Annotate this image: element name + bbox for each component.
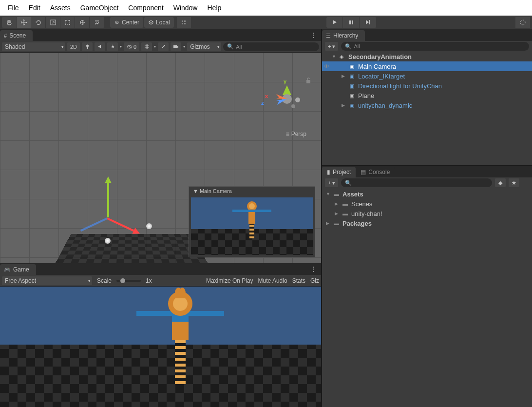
- step-button[interactable]: [360, 17, 376, 28]
- fx-toggle-button[interactable]: [107, 42, 118, 51]
- save-search-button[interactable]: ★: [509, 178, 519, 187]
- move-tool-button[interactable]: [17, 17, 31, 28]
- audio-toggle-button[interactable]: [95, 42, 105, 51]
- scene-viewport[interactable]: y x z Persp Main Camera: [0, 53, 321, 263]
- menu-help[interactable]: Help: [203, 2, 225, 14]
- maximize-on-play-toggle[interactable]: Maximize On Play: [206, 277, 253, 284]
- gizmos-dropdown[interactable]: Gizmos: [187, 42, 221, 51]
- hierarchy-item[interactable]: ▼◈SecondaryAnimation: [322, 52, 532, 61]
- search-icon: 🔍: [227, 43, 234, 50]
- layers-button[interactable]: [515, 17, 530, 28]
- hierarchy-item[interactable]: ▣Plane: [322, 91, 532, 100]
- custom-tool-button[interactable]: [90, 17, 104, 28]
- tools-button[interactable]: [158, 42, 169, 51]
- projection-label[interactable]: Persp: [286, 131, 306, 137]
- game-options-button[interactable]: ⋮: [310, 265, 317, 273]
- svg-rect-9: [182, 20, 183, 22]
- pivot-toggle-button[interactable]: Center: [110, 17, 143, 28]
- pause-button[interactable]: [343, 17, 360, 28]
- rect-tool-button[interactable]: [60, 17, 75, 28]
- hierarchy-item[interactable]: ▶▣unitychan_dynamic: [322, 100, 532, 110]
- folder-icon: ▬: [334, 191, 341, 197]
- scene-options-button[interactable]: ⋮: [310, 31, 317, 39]
- menu-component[interactable]: Component: [124, 2, 167, 14]
- move-gizmo-x-axis[interactable]: [107, 217, 134, 232]
- camera-button[interactable]: [171, 42, 181, 51]
- scale-tool-button[interactable]: [46, 17, 60, 28]
- orientation-gizmo[interactable]: y x z: [270, 79, 304, 114]
- shading-mode-dropdown[interactable]: Shaded: [2, 42, 65, 51]
- expand-toggle[interactable]: ▶: [326, 221, 332, 226]
- move-gizmo-y-axis[interactable]: [107, 183, 109, 217]
- stats-toggle[interactable]: Stats: [292, 277, 305, 284]
- scene-tab[interactable]: # Scene: [0, 30, 33, 41]
- grid-toggle-button[interactable]: [141, 42, 152, 51]
- rotate-tool-button[interactable]: [31, 17, 46, 28]
- game-tab-bar: 🎮 Game ⋮: [0, 263, 321, 275]
- project-item[interactable]: ▼▬Assets: [324, 189, 530, 199]
- play-button[interactable]: [326, 17, 343, 28]
- gizmos-label[interactable]: Giz: [310, 277, 319, 284]
- camera-preview-window[interactable]: Main Camera: [189, 186, 315, 257]
- scale-slider[interactable]: [116, 280, 141, 282]
- item-label: unitychan_dynamic: [358, 102, 412, 109]
- expand-toggle[interactable]: ▼: [326, 192, 332, 196]
- menu-edit[interactable]: Edit: [25, 2, 44, 14]
- scene-search-input[interactable]: 🔍 All: [223, 42, 319, 51]
- hierarchy-item[interactable]: ▣Directional light for UnityChan: [322, 81, 532, 91]
- create-dropdown[interactable]: + ▾: [325, 42, 338, 51]
- svg-point-17: [86, 45, 89, 47]
- hierarchy-tab[interactable]: ☰ Hierarchy: [322, 30, 365, 41]
- mute-audio-toggle[interactable]: Mute Audio: [258, 277, 287, 284]
- project-tab-bar: ▮ Project ▤ Console: [322, 166, 532, 177]
- expand-toggle[interactable]: ▶: [335, 211, 341, 216]
- aspect-dropdown[interactable]: Free Aspect: [2, 276, 92, 285]
- menu-assets[interactable]: Assets: [46, 2, 75, 14]
- svg-point-8: [116, 22, 117, 23]
- svg-rect-15: [369, 20, 370, 24]
- lock-icon[interactable]: [305, 77, 311, 84]
- project-tree[interactable]: ▼▬Assets▶▬Scenes▶▬unity-chan!▶▬Packages: [322, 188, 532, 407]
- project-create-dropdown[interactable]: + ▾: [325, 178, 338, 187]
- 2d-toggle-button[interactable]: 2D: [67, 42, 80, 51]
- svg-rect-13: [349, 20, 351, 24]
- game-tab[interactable]: 🎮 Game: [0, 264, 36, 275]
- move-gizmo-z-axis[interactable]: [80, 217, 108, 232]
- game-toolbar: Free Aspect Scale 1x Maximize On Play Mu…: [0, 275, 321, 287]
- menu-window[interactable]: Window: [170, 2, 202, 14]
- gameobject-icon: ▣: [349, 63, 356, 70]
- lighting-toggle-button[interactable]: [82, 42, 93, 51]
- hidden-objects-button[interactable]: 0: [124, 42, 139, 51]
- visibility-icon[interactable]: 👁: [324, 63, 331, 69]
- console-tab[interactable]: ▤ Console: [356, 167, 395, 177]
- hierarchy-tree[interactable]: ▼◈SecondaryAnimation👁▣Main Camera▶▣Locat…: [322, 52, 532, 165]
- project-item[interactable]: ▶▬unity-chan!: [324, 209, 530, 218]
- expand-toggle[interactable]: ▶: [335, 201, 341, 206]
- hierarchy-item[interactable]: 👁▣Main Camera: [322, 61, 532, 71]
- project-item[interactable]: ▶▬Packages: [324, 218, 530, 228]
- space-toggle-button[interactable]: Local: [144, 17, 174, 28]
- main-toolbar: Center Local: [0, 16, 532, 29]
- menu-bar: File Edit Assets GameObject Component Wi…: [0, 0, 532, 16]
- transform-tool-button[interactable]: [75, 17, 90, 28]
- hierarchy-item[interactable]: ▶▣Locator_IKtarget: [322, 71, 532, 81]
- hierarchy-search-input[interactable]: 🔍 All: [341, 42, 529, 51]
- light-icon: [105, 238, 111, 244]
- game-viewport[interactable]: [0, 287, 321, 407]
- project-item[interactable]: ▶▬Scenes: [324, 199, 530, 209]
- menu-file[interactable]: File: [4, 2, 23, 14]
- hand-tool-button[interactable]: [2, 17, 17, 28]
- project-tab[interactable]: ▮ Project: [322, 167, 356, 177]
- snap-toggle-button[interactable]: [177, 17, 191, 28]
- expand-toggle[interactable]: ▶: [342, 74, 347, 78]
- search-by-type-button[interactable]: ◆: [495, 178, 506, 187]
- project-search-input[interactable]: 🔍: [341, 178, 492, 187]
- expand-toggle[interactable]: ▼: [332, 54, 338, 59]
- svg-point-21: [295, 97, 300, 102]
- expand-toggle[interactable]: ▶: [342, 103, 347, 108]
- svg-point-4: [65, 24, 66, 25]
- scale-label: Scale: [97, 277, 112, 284]
- character-model: [136, 291, 224, 384]
- menu-gameobject[interactable]: GameObject: [76, 2, 123, 14]
- search-icon: 🔍: [345, 43, 352, 50]
